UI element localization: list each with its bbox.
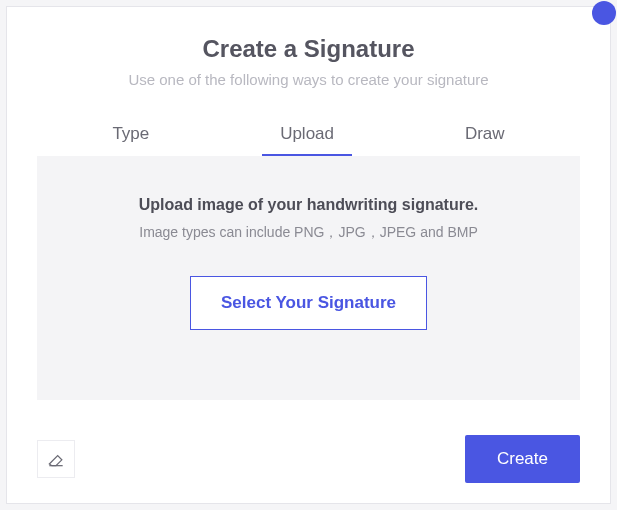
close-button[interactable] [592, 1, 616, 25]
eraser-icon [46, 449, 66, 469]
modal-header: Create a Signature Use one of the follow… [7, 7, 610, 98]
select-signature-button[interactable]: Select Your Signature [190, 276, 427, 330]
tab-bar: Type Upload Draw [7, 98, 610, 156]
upload-subtext: Image types can include PNG，JPG，JPEG and… [57, 224, 560, 242]
modal-footer: Create [37, 435, 580, 483]
tab-upload[interactable]: Upload [262, 116, 352, 156]
modal-subtitle: Use one of the following ways to create … [27, 71, 590, 88]
upload-panel: Upload image of your handwriting signatu… [37, 156, 580, 400]
signature-modal: Create a Signature Use one of the follow… [6, 6, 611, 504]
create-button[interactable]: Create [465, 435, 580, 483]
tab-type[interactable]: Type [94, 116, 167, 156]
upload-heading: Upload image of your handwriting signatu… [57, 196, 560, 214]
modal-title: Create a Signature [27, 35, 590, 63]
tab-draw[interactable]: Draw [447, 116, 523, 156]
eraser-button[interactable] [37, 440, 75, 478]
